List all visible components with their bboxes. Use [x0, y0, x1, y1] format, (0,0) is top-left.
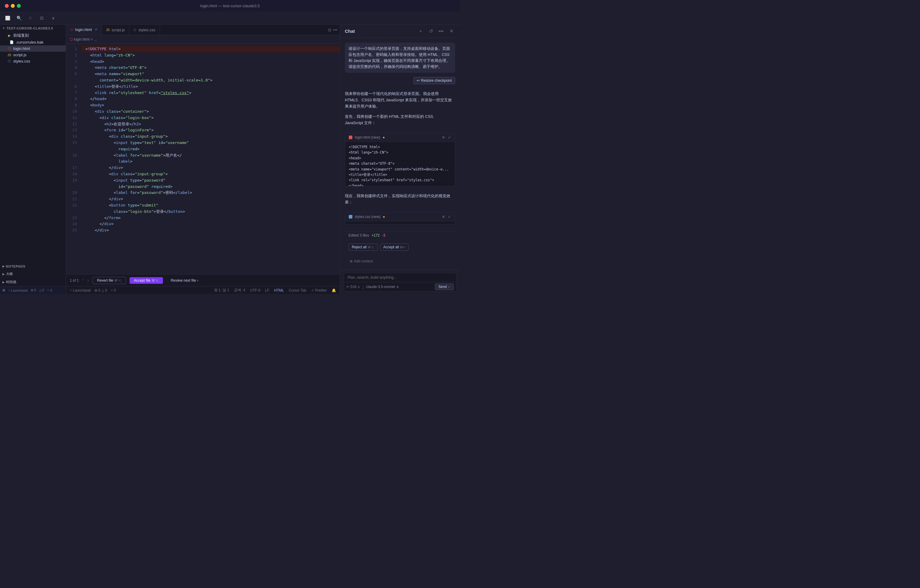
code-block-check-icon[interactable]: ✓ — [448, 135, 451, 140]
project-chevron: ▼ — [2, 27, 5, 30]
code-line-19b: id="password" required> — [82, 184, 340, 190]
js-tab-icon: JS — [106, 28, 110, 32]
accept-all-button[interactable]: Accept all ⌘↵ — [380, 243, 408, 251]
accept-all-label: Accept all — [383, 245, 399, 249]
close-button[interactable] — [5, 4, 9, 8]
launchpad-icon[interactable]: ⊞ — [2, 288, 5, 292]
add-context-button[interactable]: ⊕ Add context — [346, 258, 376, 265]
action-btns-row: Reject all ⌘⌥ Accept all ⌘↵ — [345, 243, 455, 253]
code-line-1: <!DOCTYPE html> — [82, 46, 340, 52]
new-file-icon[interactable]: ⬜ — [3, 14, 11, 22]
sidebar-item-folder-frontend[interactable]: ▶ 前端复刻 — [0, 32, 66, 39]
chat-history-icon[interactable]: ↺ — [427, 28, 435, 35]
chat-messages: 请设计一个响应式的登录页面，支持桌面和移动设备。页面应包含用户名、密码输入框和登… — [340, 38, 460, 270]
send-shortcut: ↵ — [448, 285, 450, 288]
code-line-18: <div class="input-group"> — [82, 171, 340, 177]
css-code-check-icon[interactable]: ✓ — [448, 214, 451, 219]
css-tab-icon: ⬡ — [133, 28, 136, 32]
code-line-19: <input type="password" — [82, 177, 340, 184]
outline-chevron: ▶ — [2, 273, 5, 276]
notepads-header[interactable]: ▶ NOTEPADS — [0, 263, 66, 270]
row-col: 행 1, 열 1 — [214, 288, 229, 293]
source-control-icon[interactable]: ⑂ — [26, 14, 34, 22]
css-code-label: styles.css (new) — [355, 215, 380, 219]
code-line-17: </div> — [82, 165, 340, 171]
sidebar-item-cursorrules[interactable]: 📄 .cursorrules.bak — [0, 39, 66, 45]
sidebar-status: ⊞ ⑂ Launchpad ⊗ 0 △ 0 ⑂ 0 — [0, 286, 66, 294]
css-code-body: * { — [345, 221, 455, 225]
chat-input[interactable] — [344, 273, 456, 282]
tab-close-icon[interactable]: ✕ — [95, 28, 97, 32]
html-dot-icon — [349, 136, 352, 139]
sidebar: ▼ TEST-CURSOR-CLAUDE3.5 ▶ 前端复刻 📄 .cursor… — [0, 25, 66, 294]
code-line-16: <label for="username">用户名</ — [82, 152, 340, 159]
language[interactable]: HTML — [274, 288, 284, 293]
sidebar-item-script-js[interactable]: JS script.js — [0, 52, 66, 58]
extensions-icon[interactable]: ⊡ — [38, 14, 46, 22]
divider: | — [363, 285, 363, 289]
code-line-11: <div class="login-box"> — [82, 115, 340, 121]
revert-file-button[interactable]: Revert file ⌘⌥ — [92, 277, 126, 284]
split-editor-icon[interactable]: ⊟ — [328, 28, 331, 32]
chat-more-icon[interactable]: ••• — [437, 28, 445, 35]
accept-file-label: Accept file — [134, 279, 150, 283]
html-code-line: <title>登录</title> — [349, 172, 451, 177]
maximize-button[interactable] — [17, 4, 21, 8]
content-area: ▼ TEST-CURSOR-CLAUDE3.5 ▶ 前端复刻 📄 .cursor… — [0, 25, 460, 294]
reject-all-button[interactable]: Reject all ⌘⌥ — [348, 243, 377, 251]
search-icon[interactable]: 🔍 — [15, 14, 23, 22]
indent-type[interactable]: Cursor Tab — [289, 288, 306, 293]
breadcrumb: ⬡ login.html > ... — [66, 35, 340, 44]
diff-arrow-down[interactable]: v — [87, 279, 89, 282]
assistant-text-3: 现在，我将创建样式文件，实现响应式设计和现代化的视觉效果： — [345, 194, 450, 204]
outline-header[interactable]: ▶ 大纲 — [0, 270, 66, 278]
code-line-13: <form id="loginForm"> — [82, 127, 340, 133]
chat-close-icon[interactable]: ✕ — [447, 28, 455, 35]
sidebar-item-login-html[interactable]: ⬡ login.html — [0, 45, 66, 52]
chat-panel: Chat + ↺ ••• ✕ 请设计一个响应式的登录页面，支持桌面和移动设备。页… — [340, 25, 460, 294]
code-line-25: </div> — [82, 227, 340, 233]
notifications-icon[interactable]: 🔔 — [332, 288, 336, 293]
line-numbers: 1 2 3 4 5 6 7 8 9 10 11 12 13 14 15 — [66, 44, 82, 274]
assistant-text-2: 首先，我将创建一个新的 HTML 文件和对应的 CSS、JavaScript 文… — [345, 114, 437, 125]
restore-checkpoint-button[interactable]: ↩ Restore checkpoint — [413, 77, 455, 84]
source-control-status: ⑂ Launchpad — [70, 288, 91, 293]
project-name: TEST-CURSOR-CLAUDE3.5 — [6, 26, 53, 30]
css-file-icon: ⬡ — [7, 59, 11, 63]
chat-header: Chat + ↺ ••• ✕ — [340, 25, 460, 38]
edit-label[interactable]: ✏ Edit ∧ — [347, 285, 360, 289]
code-line-7: <link rel="stylesheet" href="styles.css"… — [82, 90, 340, 96]
code-editor[interactable]: <!DOCTYPE html> <html lang="zh-CN"> <hea… — [82, 44, 340, 274]
tab-styles-css[interactable]: ⬡ styles.css — [129, 25, 160, 35]
more-icon[interactable]: ∨ — [49, 14, 57, 22]
new-chat-icon[interactable]: + — [417, 28, 424, 35]
css-code-close-icon[interactable]: ✕ — [442, 214, 445, 219]
accept-file-button[interactable]: Accept file ⌘⌥ — [130, 277, 163, 284]
more-tab-actions-icon[interactable]: ••• — [333, 28, 337, 32]
tab-login-html[interactable]: ⬡ login.html ✕ — [66, 25, 102, 35]
titlebar: login.html — test-cursor-claude3.5 — [0, 0, 460, 11]
project-header[interactable]: ▼ TEST-CURSOR-CLAUDE3.5 — [0, 25, 66, 32]
restore-checkpoint-container: ↩ Restore checkpoint — [345, 77, 455, 87]
sidebar-item-styles-css[interactable]: ⬡ styles.css — [0, 58, 66, 64]
minimize-button[interactable] — [11, 4, 15, 8]
diff-arrow-up[interactable]: ^ — [83, 279, 84, 282]
send-button[interactable]: Send ↵ — [435, 283, 454, 290]
timeline-header[interactable]: ▶ 时间线 — [0, 278, 66, 286]
diff-bar: 1 of 1 ^ v Revert file ⌘⌥ Accept file ⌘⌥… — [66, 274, 340, 286]
code-line-15b: required> — [82, 146, 340, 152]
folder-icon: ▶ — [7, 33, 11, 37]
css-new-badge: ● — [383, 215, 385, 219]
code-block-close-icon[interactable]: ✕ — [442, 135, 445, 140]
tab-label: styles.css — [138, 28, 155, 32]
code-line-3: <head> — [82, 58, 340, 65]
code-line-4: <meta charset="UTF-8"> — [82, 65, 340, 71]
revert-shortcut: ⌘⌥ — [114, 279, 121, 282]
diff-edited-label: Edited 3 files — [348, 233, 369, 238]
code-line-5b: content="width=device-width, initial-sca… — [82, 77, 340, 84]
file-label: login.html — [13, 46, 30, 51]
tab-script-js[interactable]: JS script.js — [102, 25, 130, 35]
review-next-button[interactable]: Review next file › — [167, 277, 202, 284]
tab-bar: ⬡ login.html ✕ JS script.js ⬡ styles.css… — [66, 25, 340, 35]
model-selector[interactable]: claude-3.5-sonnet ∧ — [366, 285, 399, 289]
